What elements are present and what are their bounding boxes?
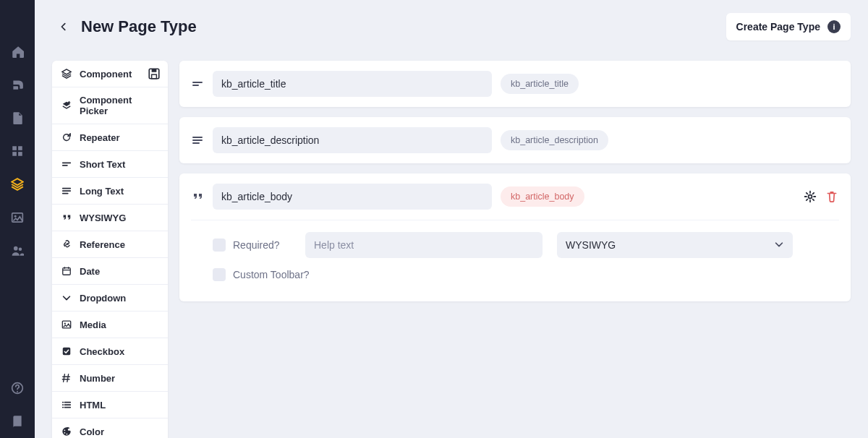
field-settings-panel: Required? WYSIWYG Custom Toolbar? (191, 220, 839, 281)
palette-item-short-text[interactable]: Short Text (52, 151, 168, 178)
palette-item-repeater[interactable]: Repeater (52, 124, 168, 151)
field-card-expanded: kb_article_body Required? (179, 173, 851, 301)
required-checkbox[interactable]: Required? (213, 239, 291, 252)
palette-item-label: Component Picker (80, 95, 159, 116)
create-button-label: Create Page Type (736, 21, 820, 33)
chevron-down-icon (774, 239, 784, 252)
palette-item-long-text[interactable]: Long Text (52, 178, 168, 205)
field-slug-chip: kb_article_title (501, 74, 579, 94)
palette-item-label: Long Text (80, 186, 124, 197)
hash-icon (61, 372, 72, 384)
custom-toolbar-checkbox[interactable]: Custom Toolbar? (213, 268, 310, 281)
nav-collections[interactable] (0, 134, 35, 168)
palette-item-date[interactable]: Date (52, 258, 168, 285)
checkbox-icon (61, 345, 72, 357)
palette-item-wysiwyg[interactable]: WYSIWYG (52, 205, 168, 231)
field-settings-button[interactable] (803, 189, 817, 204)
palette-item-reference[interactable]: Reference (52, 231, 168, 258)
custom-toolbar-label: Custom Toolbar? (233, 269, 310, 280)
field-name-input[interactable] (213, 71, 492, 97)
palette-item-label: Color (80, 426, 104, 437)
field-type-select[interactable]: WYSIWYG (557, 232, 793, 258)
short-text-icon (61, 158, 72, 170)
palette-item-dropdown[interactable]: Dropdown (52, 285, 168, 312)
nav-help[interactable] (0, 372, 35, 405)
palette-item-component[interactable]: Component (52, 61, 168, 87)
palette-item-label: Dropdown (80, 293, 126, 304)
nav-rail (0, 0, 35, 438)
palette-item-label: Reference (80, 239, 125, 250)
nav-pages[interactable] (0, 101, 35, 134)
trash-icon (825, 190, 838, 203)
field-delete-button[interactable] (825, 189, 839, 204)
palette-item-label: Repeater (80, 132, 120, 143)
field-slug-chip: kb_article_body (501, 186, 584, 207)
field-name-input[interactable] (213, 127, 492, 153)
nav-home[interactable] (0, 35, 35, 68)
nav-media[interactable] (0, 201, 35, 234)
palette-item-label: Short Text (80, 159, 125, 170)
save-icon[interactable] (148, 67, 161, 80)
palette-item-label: Component (80, 69, 132, 80)
field-card: kb_article_title (179, 61, 851, 107)
palette-item-label: WYSIWYG (80, 212, 126, 223)
long-text-icon (61, 185, 72, 197)
create-page-type-button[interactable]: Create Page Type i (726, 13, 851, 40)
layers-plus-icon (61, 100, 72, 111)
checkbox-box (213, 268, 226, 281)
link-icon (61, 239, 72, 250)
palette-item-label: Media (80, 319, 106, 330)
nav-components[interactable] (0, 168, 35, 201)
palette-item-html[interactable]: HTML (52, 392, 168, 418)
field-type-palette: Component Component Picker Repeater Shor… (52, 61, 168, 438)
palette-item-label: HTML (80, 400, 106, 411)
palette-item-number[interactable]: Number (52, 365, 168, 392)
required-label: Required? (233, 239, 280, 251)
main: New Page Type Create Page Type i Compone… (35, 0, 868, 438)
palette-item-label: Checkbox (80, 346, 124, 357)
chevron-left-icon (59, 22, 69, 32)
select-value: WYSIWYG (566, 239, 616, 251)
palette-item-component-picker[interactable]: Component Picker (52, 87, 168, 124)
header: New Page Type Create Page Type i (52, 13, 851, 40)
nav-docs[interactable] (0, 405, 35, 438)
field-name-input[interactable] (213, 184, 492, 210)
calendar-icon (61, 265, 72, 277)
long-text-icon (191, 134, 204, 147)
quote-icon (191, 190, 204, 203)
help-text-input[interactable] (305, 232, 542, 258)
info-icon: i (827, 20, 841, 33)
back-button[interactable] (52, 15, 75, 38)
short-text-icon (191, 77, 204, 90)
palette-item-label: Date (80, 266, 100, 277)
palette-item-checkbox[interactable]: Checkbox (52, 338, 168, 365)
field-card: kb_article_description (179, 117, 851, 163)
palette-icon (61, 426, 72, 437)
nav-blog[interactable] (0, 68, 35, 101)
fields-list: kb_article_title kb_article_description (179, 61, 851, 301)
palette-item-label: Number (80, 373, 115, 384)
layers-icon (61, 68, 72, 80)
palette-item-media[interactable]: Media (52, 312, 168, 338)
palette-item-color[interactable]: Color (52, 418, 168, 438)
chevron-down-icon (61, 292, 72, 304)
checkbox-box (213, 239, 226, 252)
quote-icon (61, 212, 72, 223)
list-icon (61, 399, 72, 411)
refresh-icon (61, 132, 72, 143)
page-title: New Page Type (81, 17, 197, 36)
field-slug-chip: kb_article_description (501, 130, 608, 150)
gear-icon (804, 190, 817, 203)
nav-users[interactable] (0, 234, 35, 267)
image-icon (61, 319, 72, 330)
